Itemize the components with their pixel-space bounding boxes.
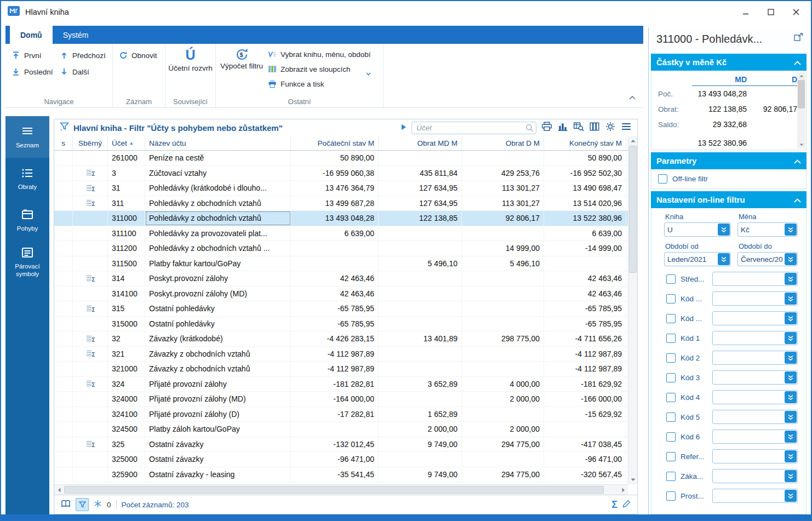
dropdown-button[interactable] (785, 293, 797, 305)
edit-icon[interactable] (622, 500, 631, 510)
table-row[interactable]: 324100Přijaté provozní zálohy (D)-17 282… (54, 407, 628, 422)
tab-domu[interactable]: Domů (10, 26, 53, 44)
filter-checkbox[interactable] (666, 353, 676, 363)
search-icon[interactable] (525, 124, 534, 134)
ribbon-collapse-icon[interactable] (629, 92, 636, 102)
dropdown-button[interactable] (785, 450, 797, 462)
scroll-up-icon[interactable] (628, 136, 637, 145)
table-row[interactable]: Σ311Pohledávky z obchodních vztahů13 499… (54, 196, 628, 211)
filter-checkbox[interactable] (666, 373, 676, 382)
maximize-button[interactable] (758, 3, 784, 21)
dropdown-button[interactable] (785, 224, 797, 236)
next-button[interactable]: Další (58, 66, 115, 77)
first-button[interactable]: První (10, 50, 58, 61)
kniha-combo[interactable]: U (664, 222, 731, 237)
parameters-section-header[interactable]: Parametry (651, 152, 807, 169)
table-row[interactable]: 311500Platby faktur kartou/GoPay5 496,10… (54, 256, 628, 272)
vertical-scroll-thumb[interactable] (629, 146, 637, 273)
filter-checkbox[interactable] (666, 452, 676, 461)
scroll-down-icon[interactable] (628, 475, 637, 484)
filter-combo[interactable] (712, 469, 798, 483)
filter-combo[interactable] (712, 449, 798, 463)
vertical-scrollbar[interactable] (628, 136, 637, 484)
scroll-down-icon[interactable] (797, 141, 805, 148)
horizontal-scroll-thumb[interactable] (64, 486, 604, 494)
table-row[interactable]: 325000Ostatní závazky-96 471,00-96 471,0… (54, 452, 628, 467)
column-header-s[interactable]: s (54, 136, 73, 150)
columns-icon[interactable] (589, 122, 600, 134)
filter-combo[interactable] (712, 351, 798, 365)
filter-combo[interactable] (712, 489, 798, 503)
filter-toggle-icon[interactable] (76, 498, 89, 511)
table-row[interactable]: Σ315Ostatní pohledávky-65 785,95-65 785,… (54, 301, 628, 317)
dropdown-button[interactable] (785, 273, 797, 285)
amounts-section-header[interactable]: Částky v měně Kč (651, 54, 807, 71)
show-columns-button[interactable]: Zobrazit ve sloupcích (266, 64, 373, 75)
filter-checkbox[interactable] (666, 314, 676, 323)
offline-filter-checkbox[interactable] (658, 174, 667, 184)
dropdown-button[interactable] (785, 253, 797, 265)
filter-funnel-icon[interactable] (60, 122, 69, 133)
dropdown-button[interactable] (718, 224, 730, 236)
filter-combo[interactable] (712, 410, 798, 424)
table-row[interactable]: 314100Poskyt.provozní zálohy (MD)42 463,… (54, 287, 628, 302)
filter-combo[interactable] (712, 311, 798, 325)
filter-checkbox[interactable] (666, 334, 676, 343)
dropdown-button[interactable] (718, 253, 730, 265)
book-view-icon[interactable] (61, 500, 71, 510)
scroll-right-icon[interactable] (619, 485, 628, 495)
freeze-icon[interactable] (94, 500, 102, 510)
dropdown-button[interactable] (785, 431, 797, 443)
amounts-scrollbar[interactable] (797, 72, 805, 148)
analysis-icon[interactable] (573, 122, 584, 134)
sidebar-item-seznam[interactable]: Seznam (5, 116, 49, 158)
filter-combo[interactable] (712, 331, 798, 345)
last-button[interactable]: Poslední (10, 66, 58, 77)
previous-button[interactable]: Předchozí (58, 50, 115, 61)
column-header-d[interactable]: Obrat D M (462, 136, 544, 150)
filter-checkbox[interactable] (666, 393, 676, 402)
table-row[interactable]: 261000Peníze na cestě50 890,0050 890,00 (54, 151, 628, 166)
filter-checkbox[interactable] (666, 491, 676, 501)
table-row[interactable]: Σ324Přijaté provozní zálohy-181 282,813 … (54, 377, 628, 392)
filter-combo[interactable] (712, 370, 798, 385)
dropdown-button[interactable] (785, 411, 797, 423)
column-header-nazev[interactable]: Název účtu (145, 136, 291, 150)
column-header-sberny[interactable]: Sběrný (73, 136, 108, 150)
table-row[interactable]: 311000Pohledávky z obchodních vztahů13 4… (54, 211, 628, 226)
table-row[interactable]: 324000Přijaté provozní zálohy (MD)-164 0… (54, 392, 628, 407)
sidebar-item-obraty[interactable]: Obraty (5, 158, 49, 199)
dropdown-button[interactable] (785, 352, 797, 364)
filter-combo[interactable] (712, 430, 798, 444)
horizontal-scrollbar[interactable] (54, 484, 628, 495)
obdobi-do-combo[interactable]: Červenec/20 (737, 252, 798, 266)
table-row[interactable]: Σ3Zúčtovací vztahy-16 959 060,38435 811,… (54, 166, 628, 181)
amounts-scroll-thumb[interactable] (798, 80, 805, 108)
select-book-button[interactable]: Vybrat knihu, měnu, období (266, 49, 373, 60)
column-header-ucet[interactable]: Účet▲ (108, 136, 145, 150)
filter-checkbox[interactable] (666, 472, 676, 481)
dropdown-button[interactable] (785, 371, 797, 383)
close-button[interactable] (784, 3, 809, 21)
sidebar-item-pohyby[interactable]: Pohyby (5, 199, 49, 241)
table-row[interactable]: 324500Platby záloh kartou/GoPay2 000,002… (54, 422, 628, 437)
gear-icon[interactable] (605, 122, 616, 134)
show-columns-dropdown-icon[interactable] (366, 68, 371, 78)
table-row[interactable]: 315000Ostatní pohledávky-65 785,95-65 78… (54, 317, 628, 332)
online-filter-section-header[interactable]: Nastavení on-line filtru (651, 191, 807, 208)
table-row[interactable]: Σ32Závazky (krátkodobé)-4 426 283,1513 4… (54, 331, 628, 347)
filter-combo[interactable] (712, 272, 798, 286)
table-row[interactable]: Σ31Pohledávky (krátkodobé i dlouho...13 … (54, 181, 628, 196)
table-row[interactable]: 325900Ostatní závazky - leasing-35 541,4… (54, 467, 628, 483)
collapse-icon[interactable] (794, 195, 801, 204)
column-header-konecny[interactable]: Konečný stav M (544, 136, 626, 150)
column-header-pocatecni[interactable]: Počáteční stav M (291, 136, 379, 150)
table-row[interactable]: Σ321Závazky z obchodních vztahů-4 112 98… (54, 347, 628, 362)
sum-icon[interactable]: Σ (611, 500, 617, 509)
column-header-md[interactable]: Obrat MD M (379, 136, 462, 150)
table-row[interactable]: Σ314Poskyt.provozní zálohy42 463,4642 46… (54, 271, 628, 287)
filter-combo[interactable] (712, 390, 798, 404)
mena-combo[interactable]: Kč (737, 222, 798, 237)
run-filter-icon[interactable] (401, 123, 407, 133)
filter-combo[interactable] (712, 291, 798, 306)
